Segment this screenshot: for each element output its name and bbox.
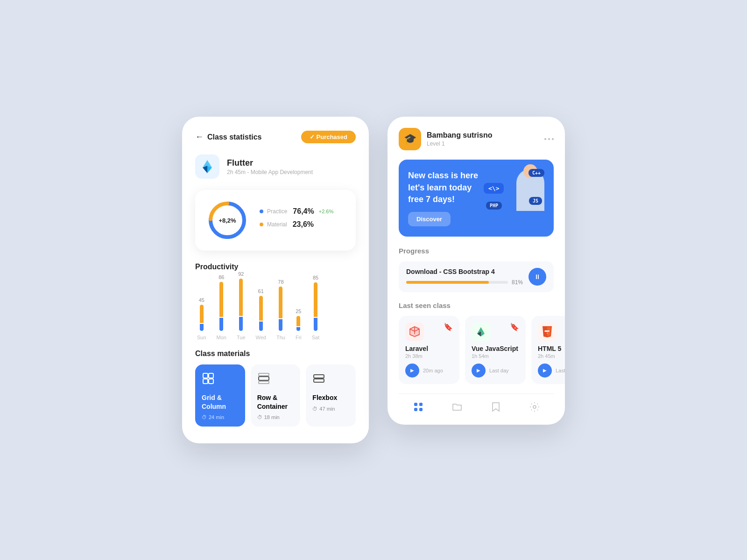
donut-center-value: +8,2%: [218, 217, 236, 224]
bar-top: [296, 316, 300, 326]
vue-time: Last day: [489, 368, 509, 373]
material-value: 23,6%: [293, 220, 314, 229]
material-icon-2: [312, 372, 349, 388]
phone-right: 🎓 Bambang sutrisno Level 1 New class is …: [388, 117, 565, 425]
purchased-badge: ✓ Purchased: [301, 131, 356, 143]
dot-1: [544, 138, 546, 140]
class-card-html5: 🔖 HTML 5 2h 45m ▶ Last day: [531, 316, 565, 384]
nav-settings-icon[interactable]: [529, 401, 540, 415]
html5-play-button[interactable]: ▶: [538, 364, 552, 378]
donut-chart: +8,2%: [206, 199, 248, 241]
banner-text: New class is here let's learn today free…: [408, 170, 483, 205]
material-name-0: Grid & Column: [202, 393, 239, 410]
user-name: Bambang sutrisno: [427, 131, 492, 140]
html5-name: HTML 5: [538, 345, 565, 352]
pause-button[interactable]: ⏸: [529, 268, 546, 286]
svg-rect-9: [209, 379, 213, 384]
vue-logo: [472, 322, 490, 341]
discover-button[interactable]: Discover: [408, 212, 451, 226]
bar-day-label: Wed: [256, 335, 266, 340]
material-card-1[interactable]: Row & Container⏱ 18 min: [251, 364, 301, 426]
progress-card: Download - CSS Bootstrap 4 81% ⏸: [399, 261, 554, 292]
class-card-laravel: 🔖 Laravel 2h 38m ▶ 20m ago: [399, 316, 459, 384]
bar-col-wed: 61Wed: [256, 288, 266, 340]
vue-bottom: ▶ Last day: [472, 364, 519, 378]
bar-chart: 45Sun86Mon92Tue61Wed78Thu25Fri85Sat: [195, 280, 356, 340]
bar-top: [279, 287, 282, 318]
bar-bottom: [296, 327, 300, 331]
stats-card: +8,2% Practice 76,4% +2.6% Material 23,6…: [195, 190, 356, 251]
vue-bookmark-icon[interactable]: 🔖: [510, 322, 519, 331]
material-name-1: Row & Container: [257, 393, 294, 410]
bar-value: 61: [258, 288, 264, 294]
svg-marker-21: [547, 330, 550, 332]
material-dot: [260, 223, 263, 226]
material-label: Material: [267, 221, 287, 228]
svg-rect-7: [209, 373, 213, 378]
svg-point-26: [533, 406, 536, 408]
progress-percentage: 81%: [512, 279, 523, 286]
bar-value: 92: [238, 271, 244, 277]
back-button[interactable]: ← Class statistics: [195, 132, 262, 142]
more-menu-button[interactable]: [544, 138, 554, 140]
bar-value: 45: [199, 297, 204, 303]
practice-dot: [260, 210, 263, 213]
bar-bottom: [314, 318, 317, 331]
nav-folder-icon[interactable]: [451, 401, 463, 415]
bar-value: 78: [278, 279, 283, 285]
svg-rect-22: [414, 403, 417, 406]
svg-rect-11: [259, 373, 269, 376]
bar-bottom: [279, 319, 282, 331]
course-info: Flutter 2h 45m - Mobile App Development: [227, 158, 313, 175]
progress-item-name: Download - CSS Bootstrap 4: [406, 268, 523, 275]
bar-day-label: Mon: [217, 335, 226, 340]
progress-bar-row: 81%: [406, 279, 523, 286]
practice-stat: Practice 76,4% +2.6%: [260, 207, 345, 216]
vue-play-button[interactable]: ▶: [472, 364, 486, 378]
bar-value: 25: [296, 308, 301, 314]
svg-rect-8: [203, 379, 208, 384]
classes-row: 🔖 Laravel 2h 38m ▶ 20m ago: [388, 316, 565, 384]
banner-illustration: <\> C++ PHP JS: [484, 169, 544, 220]
bar-col-tue: 92Tue: [237, 271, 246, 340]
progress-info: Download - CSS Bootstrap 4 81%: [406, 268, 523, 286]
bar-day-label: Thu: [276, 335, 285, 340]
html5-duration: 2h 45m: [538, 353, 565, 359]
avatar-icon: 🎓: [404, 133, 416, 145]
material-card-2[interactable]: Flexbox⏱ 47 min: [306, 364, 356, 426]
productivity-title: Productivity: [195, 263, 356, 271]
svg-rect-13: [314, 375, 324, 378]
user-row: 🎓 Bambang sutrisno Level 1: [399, 128, 554, 150]
bar-day-label: Fri: [296, 335, 302, 340]
svg-rect-12: [259, 381, 269, 384]
dot-3: [552, 138, 554, 140]
dot-2: [548, 138, 550, 140]
user-avatar: 🎓: [399, 128, 421, 150]
bar-top: [219, 282, 223, 317]
svg-rect-14: [314, 379, 324, 382]
nav-bookmark-icon[interactable]: [490, 401, 501, 415]
material-time-1: ⏱ 18 min: [257, 414, 294, 420]
user-info: 🎓 Bambang sutrisno Level 1: [399, 128, 492, 150]
material-time-0: ⏱ 24 min: [202, 414, 239, 420]
user-details: Bambang sutrisno Level 1: [427, 131, 492, 147]
svg-rect-25: [419, 408, 423, 411]
course-meta: 2h 45m - Mobile App Development: [227, 169, 313, 175]
course-name: Flutter: [227, 158, 313, 168]
material-icon-1: [257, 372, 294, 388]
header-row: ← Class statistics ✓ Purchased: [195, 131, 356, 143]
bar-col-mon: 86Mon: [217, 274, 226, 340]
laravel-play-button[interactable]: ▶: [405, 364, 419, 378]
bottom-nav: [399, 393, 554, 425]
bar-day-label: Sun: [197, 335, 206, 340]
practice-label: Practice: [267, 208, 287, 215]
material-card-0[interactable]: Grid & Column⏱ 24 min: [195, 364, 245, 426]
laravel-bookmark-icon[interactable]: 🔖: [444, 322, 453, 331]
bar-bottom: [219, 318, 223, 331]
nav-home-icon[interactable]: [413, 401, 424, 415]
progress-bar-fill: [406, 281, 489, 284]
laravel-bottom: ▶ 20m ago: [405, 364, 453, 378]
html5-time: Last day: [556, 368, 565, 373]
materials-grid: Grid & Column⏱ 24 minRow & Container⏱ 18…: [195, 364, 356, 426]
html5-logo: [538, 322, 557, 341]
